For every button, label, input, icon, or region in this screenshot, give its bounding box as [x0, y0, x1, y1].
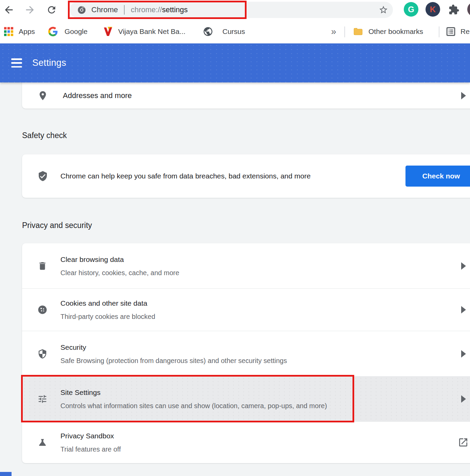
bookmark-item-cursus[interactable]: Cursus — [222, 27, 245, 36]
addresses-row-label: Addresses and more — [63, 91, 132, 100]
grammarly-extension-icon[interactable]: G — [404, 2, 418, 17]
extensions-puzzle-icon[interactable] — [448, 4, 459, 17]
settings-header: Settings — [0, 43, 470, 82]
row-subtitle: Clear history, cookies, cache, and more — [60, 269, 469, 277]
omnibox-separator — [124, 5, 125, 15]
page-title: Settings — [32, 43, 66, 82]
bookmarks-bar: Apps Google Vijaya Bank Net Ba... Cursus… — [0, 20, 470, 43]
row-subtitle: Safe Browsing (protection from dangerous… — [60, 357, 469, 365]
apps-grid-icon[interactable] — [4, 27, 13, 36]
reading-list-button[interactable]: Re — [460, 27, 470, 36]
bookmark-item-google[interactable]: Google — [65, 27, 88, 36]
addresses-row[interactable]: Addresses and more — [22, 82, 470, 109]
bookmark-item-apps[interactable]: Apps — [19, 27, 35, 36]
bookmark-star-icon[interactable] — [379, 5, 388, 16]
row-subtitle: Third-party cookies are blocked — [60, 312, 469, 321]
check-now-button[interactable]: Check now — [405, 166, 470, 187]
omnibox-url-path: settings — [162, 5, 188, 14]
row-subtitle: Trial features are off — [60, 445, 469, 453]
chevron-right-icon — [461, 92, 466, 99]
profile-avatar[interactable] — [467, 2, 470, 17]
k-extension-icon[interactable]: K — [426, 2, 440, 17]
address-bar[interactable]: Chrome chrome://settings — [70, 2, 393, 18]
bottom-edge-artifact — [0, 472, 12, 476]
browser-toolbar: Chrome chrome://settings G K — [0, 0, 470, 20]
k-letter: K — [430, 5, 436, 14]
row-title: Site Settings — [60, 388, 469, 397]
other-bookmarks-button[interactable]: Other bookmarks — [368, 27, 423, 36]
settings-content: Addresses and more Safety check Chrome c… — [0, 82, 470, 476]
row-title: Security — [60, 343, 469, 352]
row-title: Cookies and other site data — [60, 299, 469, 308]
vijaya-bank-icon[interactable] — [103, 26, 113, 37]
safety-check-description: Chrome can help keep you safe from data … — [60, 172, 386, 180]
location-pin-icon — [37, 90, 48, 101]
chevron-right-icon — [461, 395, 466, 403]
row-security[interactable]: Security Safe Browsing (protection from … — [22, 331, 470, 376]
omnibox-site-label: Chrome — [91, 5, 118, 14]
shield-icon — [37, 349, 48, 359]
folder-icon — [353, 27, 363, 37]
row-cookies[interactable]: Cookies and other site data Third-party … — [22, 288, 470, 331]
trash-icon — [37, 261, 48, 271]
reading-list-icon — [446, 26, 456, 37]
safety-check-heading: Safety check — [22, 131, 67, 140]
safety-check-card: Chrome can help keep you safe from data … — [22, 154, 470, 198]
globe-icon[interactable] — [203, 26, 213, 37]
row-title: Privacy Sandbox — [60, 432, 469, 440]
external-link-icon — [458, 437, 469, 448]
flask-icon — [37, 437, 48, 448]
chevron-right-icon — [461, 350, 466, 358]
row-title: Clear browsing data — [60, 255, 469, 264]
chevron-right-icon — [461, 262, 466, 270]
row-privacy-sandbox[interactable]: Privacy Sandbox Trial features are off — [22, 421, 470, 463]
forward-arrow-icon[interactable] — [24, 4, 36, 16]
reload-icon[interactable] — [46, 4, 58, 16]
row-subtitle: Controls what information sites can use … — [60, 402, 469, 410]
grammarly-letter: G — [408, 5, 414, 14]
omnibox-url-scheme: chrome:// — [131, 5, 162, 14]
bookmarks-separator-2 — [439, 26, 439, 37]
back-arrow-icon[interactable] — [3, 4, 15, 16]
tune-sliders-icon — [37, 394, 48, 404]
shield-check-icon — [37, 171, 48, 182]
row-clear-browsing-data[interactable]: Clear browsing data Clear history, cooki… — [22, 243, 470, 288]
privacy-security-card: Clear browsing data Clear history, cooki… — [22, 243, 470, 463]
bookmarks-separator — [344, 26, 345, 37]
bookmarks-overflow-chevron[interactable]: » — [331, 26, 336, 37]
cookie-icon — [37, 305, 48, 315]
bookmark-item-vijaya-bank[interactable]: Vijaya Bank Net Ba... — [118, 27, 185, 36]
row-site-settings[interactable]: Site Settings Controls what information … — [22, 376, 470, 421]
google-g-icon[interactable] — [48, 27, 58, 36]
privacy-security-heading: Privacy and security — [22, 221, 92, 230]
chrome-favicon — [77, 5, 86, 15]
hamburger-menu-icon[interactable] — [11, 58, 22, 68]
chevron-right-icon — [461, 306, 466, 313]
